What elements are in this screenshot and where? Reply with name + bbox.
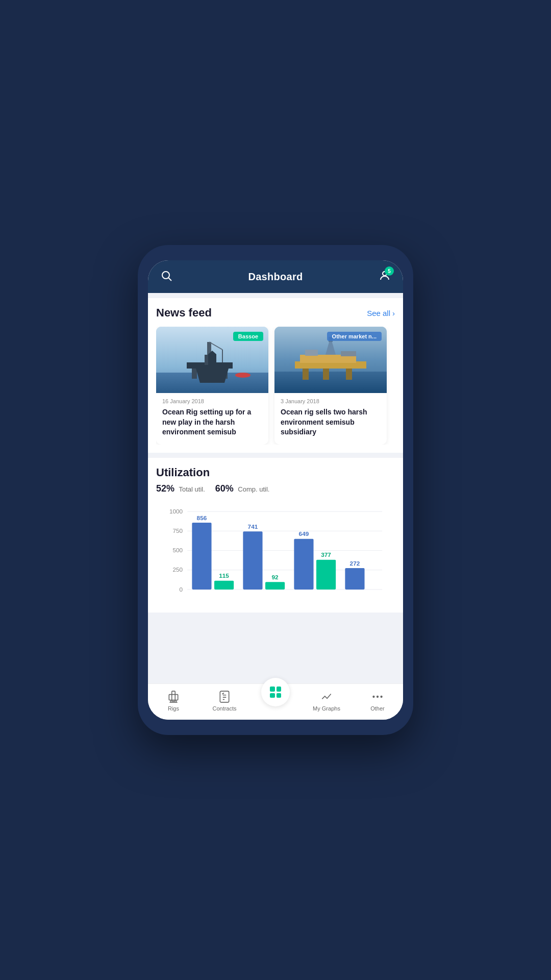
svg-rect-19 <box>323 369 329 380</box>
svg-line-1 <box>169 278 172 281</box>
news-headline-1: Ocean Rig setting up for a new play in t… <box>162 407 262 437</box>
bar-group2-green <box>265 582 285 590</box>
svg-rect-24 <box>341 351 356 356</box>
nav-item-contracts[interactable]: Contracts <box>199 688 250 714</box>
phone-frame: Dashboard 5 News feed See all › <box>138 245 413 735</box>
svg-text:750: 750 <box>172 527 183 534</box>
svg-rect-18 <box>303 369 309 380</box>
bar-group3-blue <box>294 539 313 590</box>
bar-group1-blue <box>192 523 211 590</box>
my-graphs-icon <box>320 690 333 703</box>
utilization-title: Utilization <box>156 466 395 479</box>
svg-rect-10 <box>205 355 214 365</box>
nav-item-dashboard[interactable] <box>250 688 301 714</box>
svg-text:500: 500 <box>172 547 183 554</box>
svg-rect-23 <box>305 350 318 356</box>
svg-text:377: 377 <box>321 551 331 558</box>
svg-text:115: 115 <box>219 572 229 579</box>
svg-text:649: 649 <box>299 530 309 537</box>
nav-label-contracts: Contracts <box>212 705 236 712</box>
svg-text:0: 0 <box>180 585 183 593</box>
bar-group4-blue <box>345 568 364 590</box>
bar-group1-green <box>214 580 234 589</box>
nav-item-my-graphs[interactable]: My Graphs <box>301 688 352 714</box>
news-tag-1: Bassoe <box>233 332 263 341</box>
dashboard-grid-icon <box>270 687 281 698</box>
utilization-stats: 52% Total util. 60% Comp. util. <box>156 483 395 494</box>
news-date-2: 3 January 2018 <box>281 398 381 404</box>
svg-rect-4 <box>156 373 268 393</box>
svg-point-50 <box>380 696 382 698</box>
svg-rect-5 <box>187 362 233 369</box>
page-title: Dashboard <box>248 271 303 283</box>
news-feed-header: News feed See all › <box>156 306 395 320</box>
notification-wrapper[interactable]: 5 <box>379 270 391 284</box>
see-all-button[interactable]: See all › <box>367 309 395 317</box>
svg-rect-15 <box>274 372 387 393</box>
utilization-chart: 1000 750 500 250 0 856 115 <box>156 502 395 604</box>
grid-cell-2 <box>277 687 282 692</box>
nav-label-other: Other <box>370 705 385 712</box>
news-card-1[interactable]: Bassoe 16 January 2018 Ocean Rig setting… <box>156 327 268 445</box>
bar-group2-blue <box>243 531 262 590</box>
svg-rect-47 <box>220 691 229 702</box>
grid-cell-3 <box>270 693 275 698</box>
news-image-2: Other market n... <box>274 327 387 393</box>
svg-text:741: 741 <box>248 523 258 530</box>
svg-rect-6 <box>192 369 197 379</box>
comp-util-label: Comp. util. <box>238 485 269 493</box>
svg-point-0 <box>162 272 169 279</box>
phone-screen: Dashboard 5 News feed See all › <box>148 260 403 720</box>
news-body-2: 3 January 2018 Ocean rig sells two harsh… <box>274 393 387 445</box>
comp-util-pct: 60% <box>215 483 234 494</box>
svg-point-48 <box>372 696 374 698</box>
app-header: Dashboard 5 <box>148 260 403 293</box>
news-tag-2: Other market n... <box>327 332 382 341</box>
dashboard-center-circle <box>261 678 290 706</box>
notification-badge: 5 <box>385 266 394 276</box>
news-feed-title: News feed <box>156 306 212 320</box>
svg-text:272: 272 <box>350 559 360 567</box>
search-icon[interactable] <box>160 270 172 284</box>
nav-item-rigs[interactable]: Rigs <box>148 688 199 714</box>
total-util-label: Total util. <box>179 485 205 493</box>
svg-rect-8 <box>222 369 228 379</box>
news-body-1: 16 January 2018 Ocean Rig setting up for… <box>156 393 268 445</box>
svg-text:856: 856 <box>197 514 207 521</box>
contracts-icon <box>218 690 231 703</box>
news-date-1: 16 January 2018 <box>162 398 262 404</box>
nav-item-other[interactable]: Other <box>352 688 403 714</box>
utilization-section: Utilization 52% Total util. 60% Comp. ut… <box>148 458 403 612</box>
chart-svg: 1000 750 500 250 0 856 115 <box>156 502 395 604</box>
total-util-pct: 52% <box>156 483 174 494</box>
svg-text:250: 250 <box>172 566 183 573</box>
news-image-1: Bassoe <box>156 327 268 393</box>
svg-rect-20 <box>346 369 352 380</box>
svg-text:92: 92 <box>272 574 279 581</box>
svg-point-13 <box>235 373 251 378</box>
news-feed-section: News feed See all › <box>148 298 403 453</box>
grid-cell-1 <box>270 687 275 692</box>
svg-point-49 <box>377 696 379 698</box>
bar-group3-green <box>316 560 336 590</box>
nav-label-rigs: Rigs <box>168 705 179 712</box>
header-icons: 5 <box>379 270 391 284</box>
grid-cell-4 <box>277 693 282 698</box>
news-cards-container: Bassoe 16 January 2018 Ocean Rig setting… <box>156 327 395 445</box>
nav-label-my-graphs: My Graphs <box>313 705 340 712</box>
svg-rect-43 <box>169 695 178 700</box>
scroll-content: News feed See all › <box>148 293 403 683</box>
rigs-icon <box>167 690 180 703</box>
news-card-2[interactable]: Other market n... 3 January 2018 Ocean r… <box>274 327 387 445</box>
svg-rect-7 <box>207 369 212 379</box>
svg-text:1000: 1000 <box>169 508 183 515</box>
other-icon <box>371 690 384 703</box>
news-headline-2: Ocean rig sells two harsh environment se… <box>281 407 381 437</box>
bottom-nav: Rigs Contracts <box>148 683 403 720</box>
